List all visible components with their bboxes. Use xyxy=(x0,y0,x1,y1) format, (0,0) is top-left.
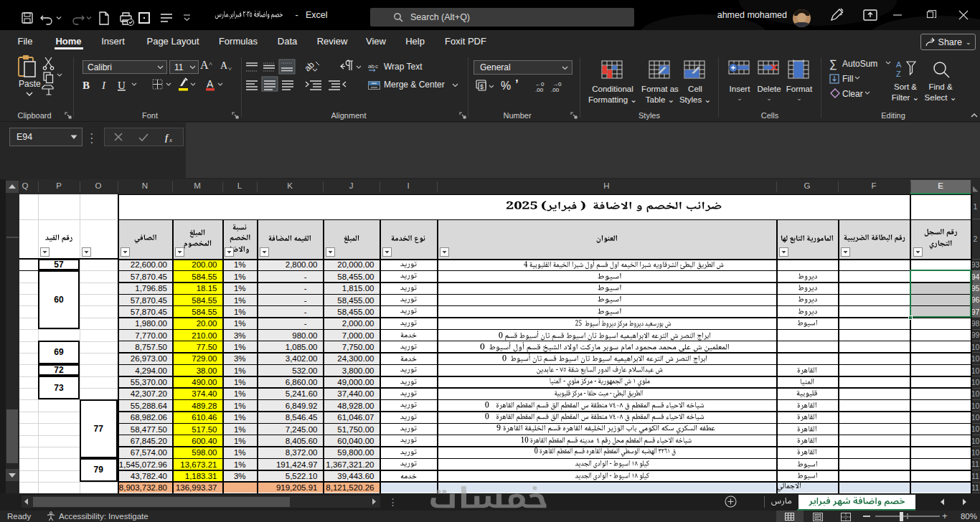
svg-text:ab: ab xyxy=(368,63,374,70)
svg-text:˅: ˅ xyxy=(228,65,232,72)
svg-text:ab: ab xyxy=(303,60,317,74)
svg-text:A: A xyxy=(207,78,214,90)
svg-text:B: B xyxy=(83,80,90,91)
svg-text:A: A xyxy=(896,60,902,69)
svg-text:˄: ˄ xyxy=(209,60,212,67)
svg-text:U: U xyxy=(118,80,126,91)
svg-text:Fill: Fill xyxy=(842,74,853,84)
svg-text:AutoSum: AutoSum xyxy=(842,59,877,69)
svg-text:A: A xyxy=(200,59,209,71)
svg-text:%: % xyxy=(501,80,511,92)
svg-text:.00: .00 xyxy=(535,87,544,93)
svg-text:Clear: Clear xyxy=(842,89,863,99)
svg-text:Z: Z xyxy=(896,70,901,78)
svg-text:∑: ∑ xyxy=(829,57,837,70)
svg-text:.00: .00 xyxy=(551,87,560,93)
svg-text:x: x xyxy=(169,136,172,143)
svg-text:A: A xyxy=(220,60,228,71)
svg-text:Paste: Paste xyxy=(19,79,41,89)
svg-text:$: $ xyxy=(480,83,484,90)
svg-text:I: I xyxy=(101,80,106,91)
svg-text:’: ’ xyxy=(515,77,519,91)
svg-text:c: c xyxy=(375,63,378,70)
